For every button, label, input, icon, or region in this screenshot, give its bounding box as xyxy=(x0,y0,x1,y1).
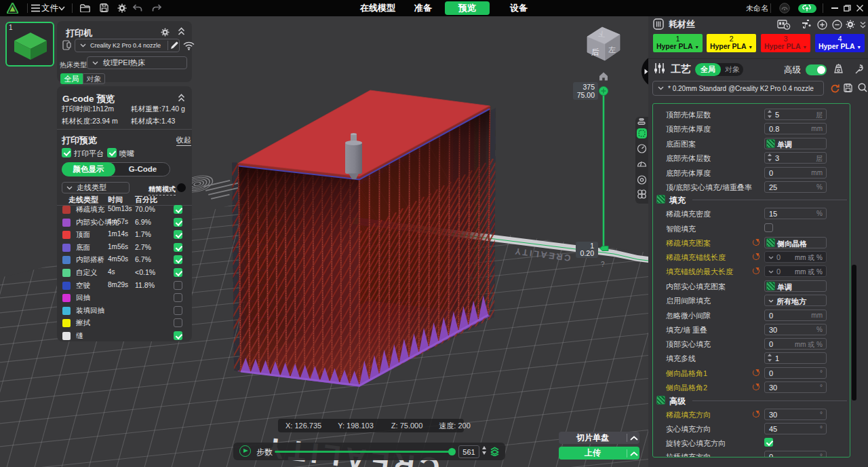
svg-text:下: 下 xyxy=(598,31,606,39)
svg-text:后: 后 xyxy=(591,48,599,57)
svg-text:375: 375 xyxy=(583,83,595,91)
svg-text:?: ? xyxy=(601,261,605,268)
svg-text:0.20: 0.20 xyxy=(580,249,595,257)
svg-text:左: 左 xyxy=(608,45,616,54)
svg-text:75.00: 75.00 xyxy=(577,91,595,99)
